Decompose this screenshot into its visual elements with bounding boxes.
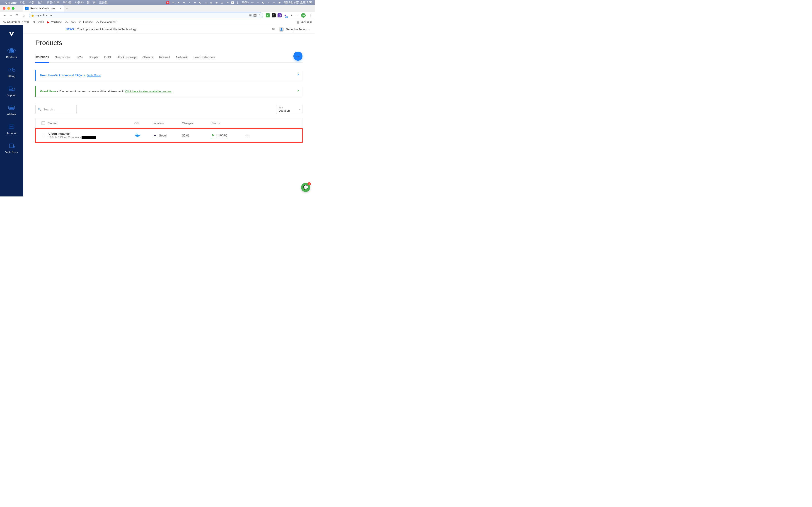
input-source-icon[interactable]: A xyxy=(231,1,234,4)
siri-icon[interactable]: ◉ xyxy=(278,1,281,4)
status-icon-2[interactable]: ❖ xyxy=(193,1,196,4)
search-input[interactable]: 🔍 Search... xyxy=(35,105,77,114)
ext-icon-1[interactable]: ✓ xyxy=(266,13,270,17)
battery-percent[interactable]: 100% xyxy=(242,1,249,4)
ext-icon-2[interactable]: N xyxy=(272,13,276,17)
tab-snapshots[interactable]: Snapshots xyxy=(55,53,70,62)
folder-icon: 🗀 xyxy=(79,20,82,24)
bookmark-webstore[interactable]: 🛍 Chrome 웹 스토어 xyxy=(3,20,29,24)
topbar: NEWS: The Importance of Accessibility in… xyxy=(23,25,315,34)
bookmark-tools[interactable]: 🗀 Tools xyxy=(65,20,76,24)
menubar-app-name[interactable]: Chrome xyxy=(5,1,16,4)
reload-button[interactable]: ⟳ xyxy=(14,13,20,18)
grid-icon[interactable]: ⊞ xyxy=(210,1,213,4)
tab-scripts[interactable]: Scripts xyxy=(89,53,98,62)
ext-icon-3[interactable]: ◪ xyxy=(277,13,282,17)
sidebar-item-account[interactable]: Account xyxy=(0,120,23,137)
tab-network[interactable]: Network xyxy=(176,53,187,62)
row-actions-button[interactable]: ⋯ xyxy=(244,133,253,138)
wifi-icon[interactable]: ⌔ xyxy=(256,1,259,4)
status-icon-1[interactable]: ⌁ xyxy=(188,1,191,4)
table-row[interactable]: Cloud Instance 1024 MB Cloud Compute - S… xyxy=(35,128,303,143)
reading-list-button[interactable]: ▤ 읽기 목록 xyxy=(297,20,312,24)
chrome-menu-button[interactable]: ⋮ xyxy=(307,13,313,18)
user-name: Seungho Jeong xyxy=(286,27,307,31)
cloud-icon[interactable]: ☁ xyxy=(204,1,207,4)
spotlight-dim-icon[interactable]: ◐ xyxy=(262,1,265,4)
svg-rect-12 xyxy=(137,133,137,134)
media-play-icon[interactable]: ▶ xyxy=(177,1,180,4)
tab-close-button[interactable]: × xyxy=(60,7,62,10)
tab-dns[interactable]: DNS xyxy=(104,53,111,62)
back-button[interactable]: ← xyxy=(2,13,7,18)
bookmark-gmail[interactable]: ✉ Gmail xyxy=(32,20,44,24)
vultr-docs-link[interactable]: Vultr Docs xyxy=(87,73,100,77)
menu-edit[interactable]: 수정 xyxy=(29,0,35,5)
menu-help[interactable]: 도움말 xyxy=(99,0,108,5)
user-menu[interactable]: 👤 Seungho Jeong ⌄ xyxy=(279,27,310,32)
ext-icon-5[interactable]: ≡ xyxy=(295,13,299,17)
tab-load-balancers[interactable]: Load Balancers xyxy=(194,53,215,62)
tab-objects[interactable]: Objects xyxy=(143,53,153,62)
extensions-button[interactable]: ✦ xyxy=(289,13,293,17)
sidebar-item-support[interactable]: ? Support xyxy=(0,82,23,100)
news-headline[interactable]: The Importance of Accessibility in Techn… xyxy=(77,27,136,31)
media-prev-icon[interactable]: ⏮ xyxy=(171,1,175,4)
battery-icon[interactable]: ▭ xyxy=(251,1,254,4)
select-all-checkbox[interactable] xyxy=(42,121,45,125)
home-button[interactable]: ⌂ xyxy=(21,13,26,18)
menu-user[interactable]: 사용자 xyxy=(75,0,84,5)
bookmark-youtube[interactable]: ▶ YouTube xyxy=(47,20,62,24)
new-tab-button[interactable]: + xyxy=(66,6,68,11)
url-text: my.vultr.com xyxy=(36,13,52,17)
tab-instances[interactable]: Instances xyxy=(35,53,49,63)
window-close-button[interactable] xyxy=(3,7,5,10)
menu-bookmarks[interactable]: 북마크 xyxy=(63,0,71,5)
alert-docs-close-button[interactable]: × xyxy=(297,73,299,77)
sidebar-item-products[interactable]: Products xyxy=(0,44,23,62)
status-icon-3[interactable]: ◐ xyxy=(199,1,202,4)
circle-icon[interactable]: ◉ xyxy=(215,1,218,4)
tab-isos[interactable]: ISOs xyxy=(76,53,83,62)
media-next-icon[interactable]: ⏭ xyxy=(183,1,186,4)
menu-history[interactable]: 방문 기록 xyxy=(47,0,60,5)
profile-avatar[interactable]: SH xyxy=(301,13,306,18)
sidebar-item-billing[interactable]: $ Billing xyxy=(0,63,23,80)
search-icon[interactable]: ⌕ xyxy=(267,1,270,4)
bluetooth-icon[interactable]: ᛒ xyxy=(236,1,239,4)
star-icon[interactable]: ☆ xyxy=(258,13,261,17)
sidebar-item-affiliate[interactable]: Affiliate xyxy=(0,101,23,119)
address-bar[interactable]: 🔒 my.vultr.com ⊞ 🅰 ☆ xyxy=(29,12,263,18)
browser-tab[interactable]: V Products - Vultr.com × xyxy=(23,5,64,11)
alert-goodnews-close-button[interactable]: × xyxy=(297,89,299,93)
menu-view[interactable]: 보기 xyxy=(38,0,44,5)
ext-icon-4[interactable]: ◆16 xyxy=(284,13,288,17)
status-b-icon[interactable]: B xyxy=(166,1,169,4)
bookmark-development[interactable]: 🗀 Development xyxy=(96,20,116,24)
menu-file[interactable]: 파일 xyxy=(20,0,26,5)
sort-dropdown[interactable]: Sort Location ▾ xyxy=(276,105,302,114)
window-minimize-button[interactable] xyxy=(7,7,10,10)
bookmark-finance[interactable]: 🗀 Finance xyxy=(79,20,93,24)
row-checkbox[interactable] xyxy=(42,134,45,137)
vultr-logo[interactable] xyxy=(7,30,16,38)
volume-icon[interactable]: 🕩 xyxy=(226,1,229,4)
chat-button[interactable]: 💬 1 xyxy=(301,183,310,192)
menubar-datetime[interactable]: 4월 9일 (금) 오전 9:51 xyxy=(284,0,312,5)
instances-table: Server OS Location Charges Status Cloud … xyxy=(35,118,302,143)
control-center-icon[interactable]: ⛭ xyxy=(272,1,276,4)
sidebar-item-docs[interactable]: Vultr Docs xyxy=(0,139,23,157)
menu-window[interactable]: 창 xyxy=(93,0,96,5)
mail-icon[interactable]: ✉ xyxy=(272,27,275,32)
target-icon[interactable]: ◎ xyxy=(220,1,223,4)
tab-firewall[interactable]: Firewall xyxy=(159,53,170,62)
svg-rect-10 xyxy=(137,134,137,135)
gtranslate-icon[interactable]: ⊞ xyxy=(249,13,252,17)
menu-tab[interactable]: 탭 xyxy=(87,0,90,5)
tab-block-storage[interactable]: Block Storage xyxy=(117,53,137,62)
alert-docs: Read How-To Articles and FAQs on Vultr D… xyxy=(35,70,302,80)
translate-icon[interactable]: 🅰 xyxy=(254,13,256,17)
add-instance-button[interactable]: + xyxy=(293,52,302,61)
window-maximize-button[interactable] xyxy=(12,7,14,10)
promos-link[interactable]: Click here to view available promos xyxy=(125,90,171,93)
